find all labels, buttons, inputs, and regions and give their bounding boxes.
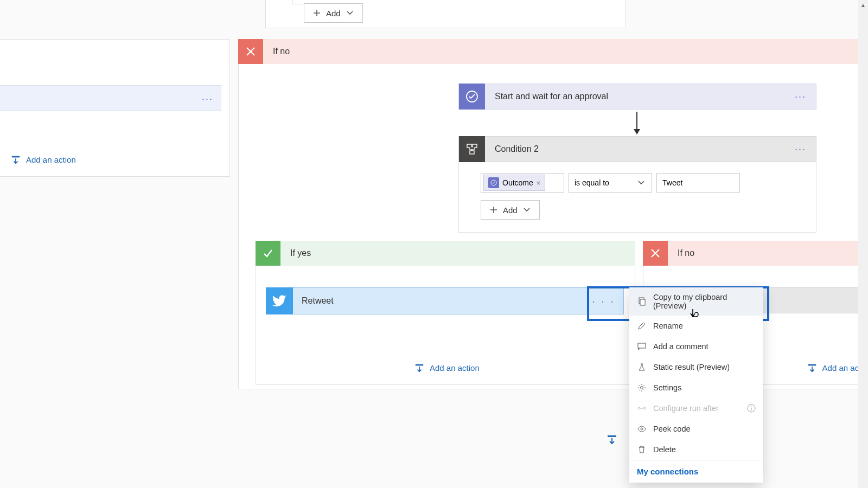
operator-label: is equal to — [575, 178, 609, 187]
menu-label: Settings — [653, 383, 681, 392]
menu-label: Static result (Preview) — [653, 363, 730, 371]
info-icon — [746, 403, 756, 413]
menu-delete[interactable]: Delete — [629, 439, 763, 460]
svg-rect-0 — [12, 156, 20, 158]
svg-rect-2 — [467, 144, 471, 147]
add-action-label: Add an action — [430, 363, 480, 373]
menu-label: Rename — [653, 322, 683, 330]
if-no-body: Start and wait for an approval ··· Condi… — [238, 64, 863, 389]
trash-icon — [637, 445, 647, 454]
scroll-up-icon[interactable]: ▲ — [858, 0, 868, 10]
condition-card[interactable]: Condition 2 ··· — [458, 136, 816, 162]
flask-icon — [637, 362, 647, 372]
svg-rect-4 — [470, 151, 474, 154]
if-yes-body: Retweet · · · Add an action — [256, 266, 635, 385]
if-no-nested-label: If no — [668, 248, 694, 258]
more-icon[interactable]: ··· — [785, 91, 816, 102]
add-action-label: Add an action — [26, 155, 76, 164]
chevron-down-icon — [345, 8, 355, 18]
comment-icon — [637, 342, 647, 351]
condition-title: Condition 2 — [485, 144, 785, 154]
menu-static-result[interactable]: Static result (Preview) — [629, 357, 763, 377]
if-no-icon — [643, 241, 668, 266]
copy-icon — [637, 297, 647, 306]
svg-rect-6 — [416, 364, 423, 366]
menu-settings[interactable]: Settings — [629, 377, 763, 398]
add-label: Add — [503, 206, 518, 215]
add-action-icon — [414, 363, 424, 373]
add-action-button[interactable]: Add an action — [11, 155, 76, 164]
more-icon[interactable]: ··· — [785, 144, 816, 155]
svg-rect-3 — [473, 144, 477, 147]
flow-canvas: Add ··· Add an action If no Start and wa… — [0, 0, 868, 488]
menu-label: Copy to my clipboard (Preview) — [653, 293, 755, 310]
condition-body: Outcome × is equal to Add — [458, 162, 816, 233]
outcome-token[interactable]: Outcome × — [483, 175, 545, 191]
svg-rect-10 — [640, 299, 645, 305]
add-action-button[interactable]: Add an action — [414, 363, 480, 373]
token-label: Outcome — [502, 178, 533, 187]
menu-label: Delete — [653, 445, 676, 454]
pencil-icon — [637, 321, 647, 331]
add-action-icon-stub[interactable] — [607, 434, 617, 445]
retweet-card[interactable]: Retweet · · · — [266, 287, 624, 314]
menu-copy-clipboard[interactable]: Copy to my clipboard (Preview) — [629, 287, 763, 316]
context-menu: Copy to my clipboard (Preview) Rename Ad… — [629, 287, 763, 483]
plus-icon — [489, 205, 499, 215]
add-condition-button[interactable]: Add — [481, 200, 540, 220]
condition-icon — [459, 136, 485, 162]
menu-configure-run-after: Configure run after — [629, 398, 763, 419]
twitter-icon — [266, 287, 293, 314]
menu-peek-code[interactable]: Peek code — [629, 419, 763, 439]
svg-rect-8 — [608, 435, 616, 437]
approval-card[interactable]: Start and wait for an approval ··· — [458, 84, 816, 110]
menu-add-comment[interactable]: Add a comment — [629, 336, 763, 357]
if-no-icon — [238, 39, 263, 64]
svg-point-16 — [641, 428, 643, 430]
remove-token-icon[interactable]: × — [537, 179, 541, 187]
if-no-label: If no — [263, 47, 290, 56]
if-no-header: If no — [238, 39, 863, 64]
add-label: Add — [326, 9, 341, 18]
left-action-card-stub[interactable]: ··· — [0, 85, 221, 111]
menu-my-connections[interactable]: My connections — [629, 460, 763, 483]
menu-label: Add a comment — [653, 342, 709, 351]
add-action-icon — [807, 363, 817, 373]
if-yes-branch: If yes Retweet · · · Add an action — [256, 241, 635, 385]
chevron-down-icon — [636, 178, 646, 188]
left-branch-panel: ··· Add an action — [0, 39, 230, 177]
add-button[interactable]: Add — [304, 3, 363, 23]
menu-label: Peek code — [653, 425, 691, 433]
arrow-down-icon — [636, 112, 637, 130]
plus-icon — [312, 8, 322, 18]
if-yes-label: If yes — [280, 248, 311, 258]
eye-icon — [637, 424, 647, 434]
svg-rect-7 — [808, 364, 815, 366]
chevron-down-icon — [522, 205, 532, 215]
condition-operator-select[interactable]: is equal to — [569, 173, 652, 192]
approval-token-icon — [488, 177, 499, 188]
condition-left-operand[interactable]: Outcome × — [481, 173, 564, 192]
if-yes-icon — [256, 241, 280, 266]
retweet-title: Retweet — [293, 287, 624, 314]
if-yes-header: If yes — [256, 241, 635, 266]
svg-point-12 — [641, 387, 643, 389]
more-icon[interactable]: · · · — [592, 295, 615, 307]
top-card-fragment: Add — [265, 0, 626, 28]
menu-rename[interactable]: Rename — [629, 316, 763, 336]
more-icon[interactable]: ··· — [202, 93, 213, 105]
if-no-nested-header: If no — [643, 241, 867, 266]
condition-row: Outcome × is equal to — [481, 173, 794, 192]
svg-rect-11 — [638, 343, 646, 348]
menu-label: Configure run after — [653, 404, 719, 413]
svg-point-14 — [643, 407, 646, 409]
svg-point-13 — [638, 407, 640, 409]
approval-title: Start and wait for an approval — [485, 92, 785, 101]
gear-icon — [637, 383, 647, 393]
flow-icon — [637, 403, 647, 413]
vertical-scrollbar[interactable]: ▲ — [858, 0, 868, 488]
condition-value-input[interactable] — [656, 173, 740, 192]
add-action-icon — [11, 155, 21, 164]
approval-icon — [459, 84, 485, 110]
